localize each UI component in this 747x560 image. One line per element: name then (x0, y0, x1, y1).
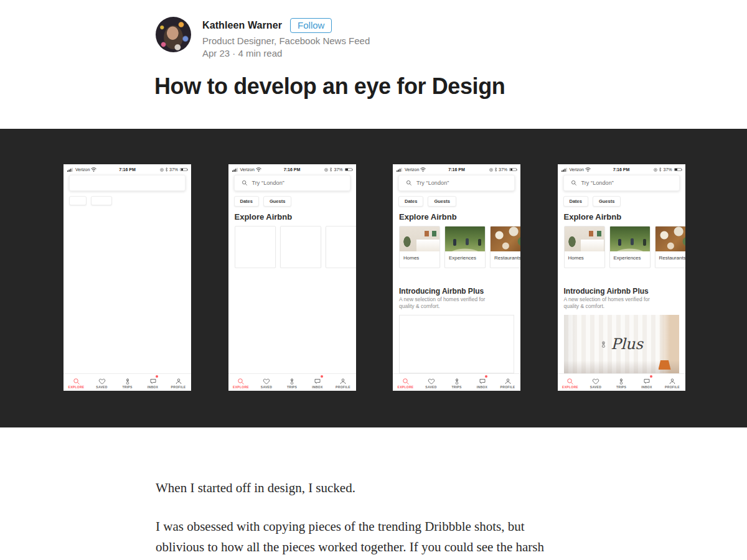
homes-card-image (400, 226, 439, 251)
tab-explore: EXPLORE (558, 374, 583, 391)
tab-explore: EXPLORE (63, 374, 89, 391)
tab-bar: EXPLORE SAVED TRIPS INBOX PROFILE (228, 373, 356, 391)
guests-filter-pill: Guests (428, 196, 456, 207)
dates-filter-pill: Dates (563, 196, 588, 207)
status-bar: Verizon 7:16 PM 37% (393, 164, 520, 173)
explore-heading: Explore Airbnb (564, 212, 622, 222)
airbnb-plus-heading: Introducing Airbnb Plus (564, 287, 649, 296)
explore-heading: Explore Airbnb (235, 212, 293, 222)
dates-filter-pill: Dates (398, 196, 423, 207)
tab-inbox: INBOX (469, 374, 495, 391)
guests-filter-pill: Guests (593, 196, 621, 207)
search-icon (402, 376, 410, 384)
airbnb-logo-icon (599, 340, 608, 348)
inbox-icon (149, 376, 157, 384)
filter-pills: Dates Guests (69, 196, 112, 205)
homes-card: Homes (564, 226, 605, 268)
heart-icon (263, 376, 270, 384)
restaurants-card-image (491, 226, 520, 251)
author-bio: Product Designer, Facebook News Feed (202, 35, 370, 46)
status-time: 7:16 PM (63, 167, 191, 172)
profile-icon (504, 376, 512, 384)
heart-icon (592, 376, 599, 384)
explore-cards-row: Homes Experiences Restaurants (235, 226, 356, 268)
tab-saved: SAVED (89, 374, 115, 391)
tab-bar: EXPLORE SAVED TRIPS INBOX PROFILE (63, 373, 191, 391)
battery-icon (180, 168, 187, 172)
phone-screenshot: Verizon 7:16 PM 37% Try “London” Dates G… (558, 164, 685, 391)
dates-filter-pill: Dates (69, 196, 87, 205)
search-icon (237, 376, 245, 384)
airbnb-plus-subtext: A new selection of homes verified for qu… (564, 296, 660, 310)
follow-button[interactable]: Follow (290, 18, 332, 33)
inbox-icon (314, 376, 321, 384)
article-body: When I started off in design, I sucked. … (156, 478, 571, 558)
search-icon (571, 180, 577, 186)
tab-explore: EXPLORE (393, 374, 418, 391)
restaurants-card: Restaurants (326, 226, 356, 268)
explore-heading: Explore Airbnb (399, 212, 457, 222)
search-input: Try “London” (69, 175, 186, 191)
tab-inbox: INBOX (305, 374, 331, 391)
homes-card-image (565, 226, 604, 251)
battery-icon (674, 168, 682, 172)
experiences-card-image (610, 226, 650, 251)
guests-filter-pill: Guests (91, 196, 112, 205)
tab-bar: EXPLORE SAVED TRIPS INBOX PROFILE (558, 373, 685, 391)
tab-profile: PROFILE (331, 374, 356, 391)
airbnb-logo-icon (124, 376, 131, 384)
restaurants-card: Restaurants (490, 226, 520, 268)
status-bar: Verizon 7:16 PM 37% (228, 164, 356, 173)
experiences-card-image (445, 226, 485, 251)
tab-profile: PROFILE (495, 374, 520, 391)
heart-icon (428, 376, 435, 384)
heart-icon (98, 376, 106, 384)
guests-filter-pill: Guests (263, 196, 291, 207)
phone-screenshot: Verizon 7:16 PM 37% Try “London” Dates G… (228, 164, 356, 391)
airbnb-plus-subtext: A new selection of homes verified for qu… (399, 296, 496, 310)
author-name[interactable]: Kathleen Warner (202, 20, 282, 31)
battery-icon (345, 168, 352, 172)
restaurants-card: Restaurants (655, 226, 685, 268)
search-placeholder: Try “London” (252, 180, 284, 186)
tab-explore: EXPLORE (228, 374, 254, 391)
profile-icon (669, 376, 676, 384)
search-input: Try “London” (234, 175, 350, 191)
article-paragraph: When I started off in design, I sucked. (156, 478, 571, 498)
article-paragraph: I was obsessed with copying pieces of th… (156, 516, 571, 558)
experiences-card: Experiences (280, 226, 321, 268)
page-title: How to develop an eye for Design (154, 73, 505, 100)
tab-saved: SAVED (583, 374, 609, 391)
restaurants-card-image (655, 226, 685, 251)
tab-profile: PROFILE (166, 374, 191, 391)
search-icon (406, 180, 412, 186)
tab-trips: TRIPS (280, 374, 305, 391)
airbnb-logo-icon (453, 376, 461, 384)
notification-dot (485, 375, 487, 378)
notification-dot (156, 375, 158, 378)
tab-inbox: INBOX (634, 374, 660, 391)
tab-inbox: INBOX (140, 374, 166, 391)
airbnb-plus-heading: Introducing Airbnb Plus (399, 287, 484, 296)
tab-bar: EXPLORE SAVED TRIPS INBOX PROFILE (393, 373, 520, 391)
tab-trips: TRIPS (444, 374, 469, 391)
tab-trips: TRIPS (115, 374, 140, 391)
post-meta: Apr 23 · 4 min read (202, 48, 370, 58)
tab-saved: SAVED (418, 374, 444, 391)
profile-icon (175, 376, 182, 384)
plus-script-text: Plus (611, 335, 643, 353)
search-icon (566, 376, 574, 384)
notification-dot (321, 375, 323, 378)
author-avatar[interactable] (156, 17, 191, 52)
search-icon (73, 376, 80, 384)
hero-image-band[interactable]: Verizon 7:16 PM 37% Try “London” Dates G… (0, 129, 747, 427)
airbnb-plus-banner: Plus (399, 315, 514, 373)
status-bar: Verizon 7:16 PM 37% (63, 164, 191, 173)
notification-dot (650, 375, 652, 378)
search-icon (242, 180, 248, 186)
phone-screenshot: Verizon 7:16 PM 37% Try “London” Dates G… (63, 164, 191, 391)
phone-strip: Verizon 7:16 PM 37% Try “London” Dates G… (63, 164, 685, 391)
airbnb-logo-icon (618, 376, 625, 384)
status-bar: Verizon 7:16 PM 37% (558, 164, 685, 173)
explore-cards-row: Homes Experiences Restaurants (564, 226, 685, 268)
